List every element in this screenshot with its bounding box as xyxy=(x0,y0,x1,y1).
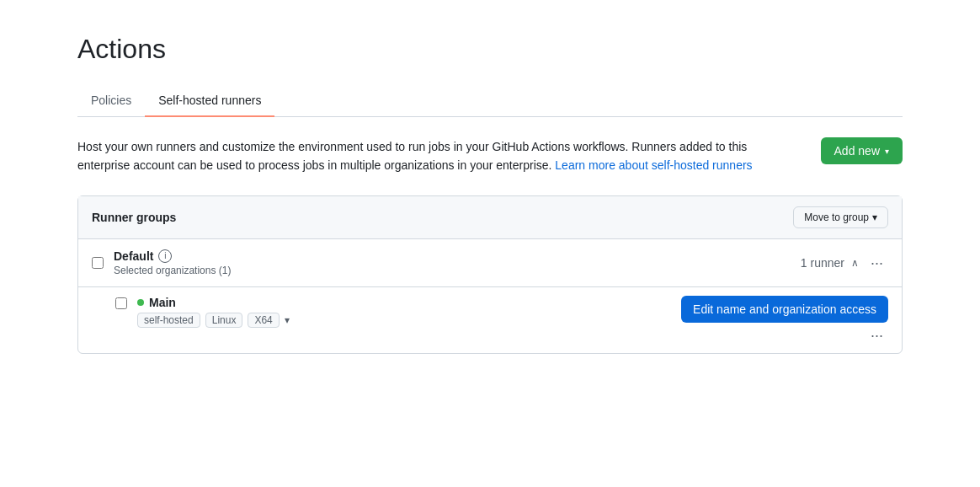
main-runner-info: Main self-hosted Linux X64 ▾ xyxy=(137,296,681,328)
learn-more-link[interactable]: Learn more about self-hosted runners xyxy=(555,158,752,172)
tag-x64: X64 xyxy=(248,313,279,328)
default-group-more-button[interactable]: ··· xyxy=(865,254,888,272)
runner-groups-header: Runner groups Move to group ▾ xyxy=(78,196,902,239)
main-runner-checkbox[interactable] xyxy=(115,297,127,309)
edit-name-org-access-menu-item[interactable]: Edit name and organization access xyxy=(681,296,888,323)
main-runner-tags: self-hosted Linux X64 ▾ xyxy=(137,313,681,328)
tabs-container: Policies Self-hosted runners xyxy=(77,85,903,117)
default-group-name-row: Default i xyxy=(114,249,801,263)
main-runner-more-button[interactable]: ··· xyxy=(865,326,888,345)
add-new-button[interactable]: Add new ▾ xyxy=(821,137,903,164)
runner-count: 1 runner xyxy=(801,256,844,270)
default-group-sub: Selected organizations (1) xyxy=(114,265,801,276)
collapse-icon[interactable]: ∧ xyxy=(851,257,859,269)
main-runner-right: Edit name and organization access ··· xyxy=(681,296,888,345)
default-group-info: Default i Selected organizations (1) xyxy=(114,249,801,276)
content-header: Host your own runners and customize the … xyxy=(77,137,903,175)
add-new-chevron-icon: ▾ xyxy=(885,147,889,156)
status-online-icon xyxy=(137,299,144,306)
default-group-name: Default xyxy=(114,249,153,263)
tab-policies[interactable]: Policies xyxy=(77,85,145,117)
tag-self-hosted: self-hosted xyxy=(137,313,200,328)
runner-group-row-default: Default i Selected organizations (1) 1 r… xyxy=(78,239,902,287)
tag-expand-button[interactable]: ▾ xyxy=(285,314,290,326)
main-runner-name-row: Main xyxy=(137,296,681,309)
runner-groups-title: Runner groups xyxy=(92,211,176,224)
runner-count-area: 1 runner ∧ xyxy=(801,256,859,270)
add-new-label: Add new xyxy=(834,144,880,158)
default-group-checkbox[interactable] xyxy=(92,257,104,269)
runner-row-main: Main self-hosted Linux X64 ▾ Edit name a… xyxy=(78,287,902,353)
move-to-group-button[interactable]: Move to group ▾ xyxy=(793,206,888,228)
runner-groups-card: Runner groups Move to group ▾ Default i … xyxy=(77,195,903,354)
move-to-group-chevron-icon: ▾ xyxy=(872,211,877,223)
move-to-group-label: Move to group xyxy=(804,211,869,223)
main-runner-name: Main xyxy=(149,296,176,309)
tab-self-hosted-runners[interactable]: Self-hosted runners xyxy=(145,85,274,117)
info-icon[interactable]: i xyxy=(158,249,172,263)
page-title: Actions xyxy=(77,34,903,65)
tag-linux: Linux xyxy=(205,313,243,328)
description-text: Host your own runners and customize the … xyxy=(77,137,768,175)
